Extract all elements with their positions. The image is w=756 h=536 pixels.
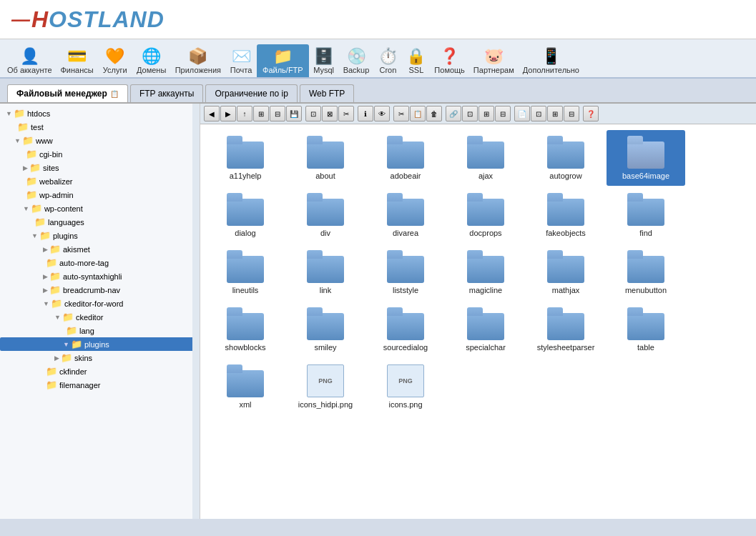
sidebar-item-ckfinder[interactable]: 📁 ckfinder bbox=[0, 364, 200, 378]
sidebar-item-ckeditor[interactable]: ▼ 📁 ckeditor bbox=[0, 310, 200, 324]
file-item-specialchar[interactable]: specialchar bbox=[446, 302, 525, 357]
btn-paste[interactable]: ⊠ bbox=[322, 106, 338, 121]
sidebar-item-webalizer[interactable]: 📁 webalizer bbox=[0, 174, 200, 188]
nav-item-extra[interactable]: 📱 Дополнительно bbox=[519, 44, 584, 77]
btn-preview[interactable]: 👁 bbox=[374, 106, 390, 121]
sidebar-item-www[interactable]: ▼ 📁 www bbox=[0, 134, 200, 147]
sidebar-item-languages[interactable]: 📁 languages bbox=[0, 215, 200, 229]
nav-item-backup[interactable]: 💿 Backup bbox=[339, 44, 374, 77]
sidebar-item-akismet[interactable]: ▶ 📁 akismet bbox=[0, 242, 200, 256]
sidebar-item-filemanager[interactable]: 📁 filemanager bbox=[0, 378, 200, 392]
btn-save[interactable]: 💾 bbox=[286, 106, 302, 121]
nav-item-domains[interactable]: 🌐 Домены bbox=[132, 44, 171, 77]
file-item-showblocks[interactable]: showblocks bbox=[206, 302, 285, 357]
nav-item-apps[interactable]: 📦 Приложения bbox=[171, 44, 225, 77]
btn-grid1[interactable]: ⊡ bbox=[462, 106, 478, 121]
file-item-stylesheetparser[interactable]: stylesheetparser bbox=[526, 302, 605, 357]
btn-grid3[interactable]: ⊟ bbox=[495, 106, 511, 121]
file-item-xml[interactable]: xml bbox=[206, 359, 285, 415]
file-item-base64image[interactable]: base64image bbox=[607, 130, 685, 186]
file-name: icons_hidpi.png bbox=[298, 400, 353, 409]
file-item-dialog[interactable]: dialog bbox=[206, 187, 285, 243]
nav-item-mail[interactable]: ✉️ Почта bbox=[225, 44, 257, 77]
file-item-icons-hidpi[interactable]: PNG icons_hidpi.png bbox=[286, 359, 365, 415]
btn-clipboard[interactable]: 📋 bbox=[410, 106, 426, 121]
tab-webftp[interactable]: Web FTP bbox=[300, 84, 354, 102]
file-name: link bbox=[320, 286, 332, 294]
btn-link[interactable]: 🔗 bbox=[446, 106, 461, 121]
file-name: stylesheetparser bbox=[537, 343, 595, 352]
btn-cut[interactable]: ✂ bbox=[338, 106, 354, 121]
sidebar-item-auto-syntax[interactable]: ▶ 📁 auto-syntaxhighli bbox=[0, 269, 193, 283]
btn-file4[interactable]: ⊟ bbox=[564, 106, 579, 121]
file-name: dialog bbox=[235, 229, 255, 237]
file-item-docprops[interactable]: docprops bbox=[446, 187, 525, 243]
file-item-magicline[interactable]: magicline bbox=[446, 244, 525, 300]
file-item-a11yhelp[interactable]: a11yhelp bbox=[206, 130, 285, 186]
btn-delete[interactable]: 🗑 bbox=[426, 106, 442, 121]
btn-file2[interactable]: ⊡ bbox=[531, 106, 546, 121]
btn-grid2[interactable]: ⊞ bbox=[478, 106, 494, 121]
file-item-div[interactable]: div bbox=[286, 187, 365, 243]
sidebar-item-plugins-selected[interactable]: ▼ 📁 plugins bbox=[0, 337, 200, 351]
btn-help[interactable]: ❓ bbox=[583, 106, 599, 121]
file-item-divarea[interactable]: divarea bbox=[366, 187, 445, 243]
file-name: table bbox=[637, 343, 654, 352]
tab-filemanager[interactable]: Файловый менеджер 📋 bbox=[7, 84, 128, 102]
file-item-autogrow[interactable]: autogrow bbox=[526, 130, 605, 186]
btn-file1[interactable]: 📄 bbox=[514, 106, 530, 121]
tab-ftp[interactable]: FTP аккаунты bbox=[130, 84, 204, 102]
file-name: liststyle bbox=[393, 286, 418, 294]
btn-scissors[interactable]: ✂ bbox=[393, 106, 409, 121]
btn-new-folder[interactable]: ⊞ bbox=[253, 106, 269, 121]
file-item-lineutils[interactable]: lineutils bbox=[206, 244, 285, 300]
file-name: ajax bbox=[478, 172, 493, 180]
nav-item-account[interactable]: 👤 Об аккаунте bbox=[3, 44, 57, 77]
file-item-table[interactable]: table bbox=[607, 302, 685, 357]
file-name: a11yhelp bbox=[230, 172, 262, 180]
file-item-ajax[interactable]: ajax bbox=[446, 130, 525, 186]
sidebar-item-auto-more-tag[interactable]: 📁 auto-more-tag bbox=[0, 256, 200, 269]
file-item-liststyle[interactable]: liststyle bbox=[366, 244, 445, 300]
sidebar-item-sites[interactable]: ▶ 📁 sites bbox=[0, 161, 200, 174]
file-item-adobeair[interactable]: adobeair bbox=[366, 130, 445, 186]
sidebar-item-wp-content[interactable]: ▼ 📁 wp-content bbox=[0, 202, 200, 215]
nav-item-help[interactable]: ❓ Помощь bbox=[430, 44, 469, 77]
file-item-sourcedialog[interactable]: sourcedialog bbox=[366, 302, 445, 357]
tab-ipblock[interactable]: Ограничение по ip bbox=[205, 84, 298, 102]
btn-delete-folder[interactable]: ⊟ bbox=[270, 106, 285, 121]
file-item-smiley[interactable]: smiley bbox=[286, 302, 365, 357]
btn-forward[interactable]: ▶ bbox=[220, 106, 236, 121]
nav-item-services[interactable]: 🧡 Услуги bbox=[98, 44, 132, 77]
file-item-link[interactable]: link bbox=[286, 244, 365, 300]
file-item-icons[interactable]: PNG icons.png bbox=[366, 359, 445, 415]
nav-item-files[interactable]: 📁 Файль/FTP bbox=[257, 44, 309, 77]
nav-item-ssl[interactable]: 🔒 SSL bbox=[402, 44, 430, 77]
sidebar-item-test[interactable]: 📁 test bbox=[0, 120, 200, 134]
btn-up[interactable]: ↑ bbox=[237, 106, 252, 121]
sidebar-item-breadcrumb[interactable]: ▶ 📁 breadcrumb-nav bbox=[0, 283, 193, 297]
nav-item-partners[interactable]: 🐷 Партнерам bbox=[469, 44, 519, 77]
file-item-about[interactable]: about bbox=[286, 130, 365, 186]
file-item-mathjax[interactable]: mathjax bbox=[526, 244, 605, 300]
sidebar-item-skins[interactable]: ▶ 📁 skins bbox=[0, 351, 200, 364]
btn-info[interactable]: ℹ bbox=[358, 106, 373, 121]
file-name: docprops bbox=[469, 229, 501, 237]
file-item-fakeobjects[interactable]: fakeobjects bbox=[526, 187, 605, 243]
sidebar-item-wp-admin[interactable]: 📁 wp-admin bbox=[0, 188, 200, 202]
file-name: fakeobjects bbox=[546, 229, 586, 237]
nav-item-mysql[interactable]: 🗄️ Mysql bbox=[309, 44, 339, 77]
sidebar-item-htdocs[interactable]: ▼ 📁 htdocs bbox=[0, 106, 200, 120]
file-item-menubutton[interactable]: menubutton bbox=[607, 244, 685, 300]
btn-copy[interactable]: ⊡ bbox=[305, 106, 321, 121]
nav-item-finance[interactable]: 💳 Финансы bbox=[57, 44, 98, 77]
file-name: specialchar bbox=[466, 343, 506, 352]
sidebar-item-cgi-bin[interactable]: 📁 cgi-bin bbox=[0, 147, 200, 161]
file-item-find[interactable]: find bbox=[607, 187, 685, 243]
btn-file3[interactable]: ⊞ bbox=[547, 106, 563, 121]
btn-back[interactable]: ◀ bbox=[204, 106, 220, 121]
sidebar-item-plugins[interactable]: ▼ 📁 plugins bbox=[0, 229, 200, 242]
nav-item-cron[interactable]: ⏱️ Cron bbox=[373, 44, 402, 77]
sidebar-item-lang[interactable]: 📁 lang bbox=[0, 324, 200, 337]
sidebar-item-ckeditor-for-word[interactable]: ▼ 📁 ckeditor-for-word bbox=[0, 297, 193, 310]
